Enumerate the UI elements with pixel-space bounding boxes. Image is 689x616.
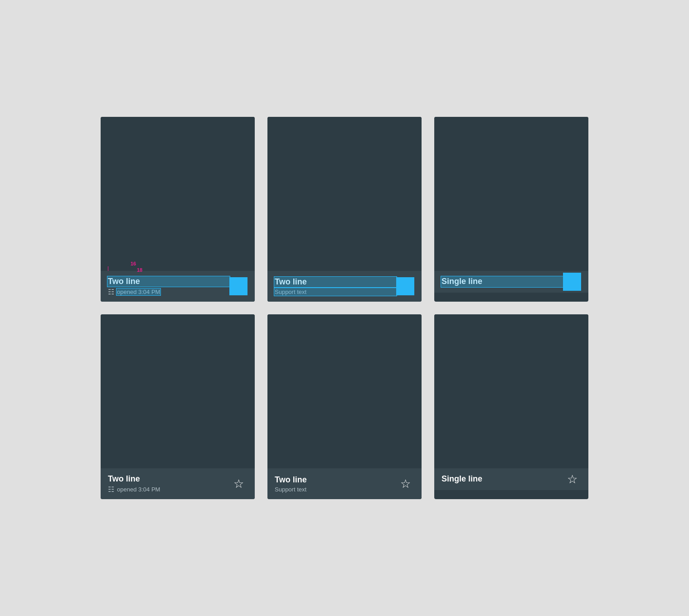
- card-2-footer: Two line Support text: [267, 271, 422, 302]
- card-grid: 16 18 68 Two line ☷ opened 3:04 PM: [73, 90, 616, 526]
- card-3-image: [434, 117, 588, 271]
- card-1-footer: Two line ☷ opened 3:04 PM: [101, 271, 255, 302]
- card-3-footer: Single line: [434, 271, 588, 293]
- card-5-star-button[interactable]: ☆: [396, 475, 414, 493]
- card-4-title: Two line: [108, 474, 229, 484]
- chat-icon-4: ☷: [108, 485, 114, 494]
- card-3: 48 Single line: [434, 117, 588, 302]
- card-5-title: Two line: [275, 475, 396, 485]
- annot-16-label: 16: [131, 261, 136, 266]
- card-5-footer: Two line Support text ☆: [267, 468, 422, 499]
- card-1-footer-content: Two line ☷ opened 3:04 PM: [108, 276, 229, 296]
- card-2-support-wrapper: Support text: [275, 288, 396, 296]
- card-1-subtitle-text: opened 3:04 PM: [117, 289, 160, 295]
- card-6-footer: Single line ☆: [434, 468, 588, 490]
- card-2-support-text: Support text: [275, 289, 306, 295]
- card-2-title-wrapper: Two line: [275, 277, 396, 287]
- card-1-title-wrapper: Two line: [108, 276, 229, 287]
- card-6-image: [434, 314, 588, 468]
- card-2: Two line Support text: [267, 117, 422, 302]
- card-2-title: Two line: [275, 277, 307, 286]
- card-6: Single line ☆: [434, 314, 588, 499]
- star-icon-5: ☆: [400, 478, 411, 490]
- card-1-title: Two line: [108, 277, 140, 286]
- card-2-image: [267, 117, 422, 271]
- card-4-footer-content: Two line ☷ opened 3:04 PM: [108, 474, 229, 494]
- card-6-title: Single line: [442, 474, 563, 484]
- card-4-subtitle-text: opened 3:04 PM: [117, 486, 160, 493]
- card-3-action-button[interactable]: [563, 273, 581, 291]
- card-3-footer-content: Single line: [442, 276, 563, 287]
- card-4-star-button[interactable]: ☆: [229, 475, 247, 493]
- card-6-footer-content: Single line: [442, 474, 563, 484]
- star-icon-6: ☆: [567, 473, 577, 485]
- card-2-footer-content: Two line Support text: [275, 277, 396, 295]
- card-5-footer-content: Two line Support text: [275, 475, 396, 493]
- card-4-subtitle: ☷ opened 3:04 PM: [108, 485, 229, 494]
- star-icon-4: ☆: [233, 478, 244, 490]
- card-3-title-wrapper: Single line: [442, 276, 563, 287]
- card-4-image: [101, 314, 255, 468]
- card-4: Two line ☷ opened 3:04 PM ☆: [101, 314, 255, 499]
- card-4-footer: Two line ☷ opened 3:04 PM ☆: [101, 468, 255, 499]
- card-6-star-button[interactable]: ☆: [563, 470, 581, 488]
- card-1-subtitle: ☷ opened 3:04 PM: [108, 288, 229, 296]
- card-5: Two line Support text ☆: [267, 314, 422, 499]
- card-5-image: [267, 314, 422, 468]
- chat-icon: ☷: [108, 288, 114, 296]
- card-3-title: Single line: [442, 277, 482, 286]
- card-1-action-button[interactable]: [229, 277, 247, 295]
- card-1: 16 18 68 Two line ☷ opened 3:04 PM: [101, 117, 255, 302]
- card-2-action-button[interactable]: [396, 277, 414, 295]
- card-1-image: [101, 117, 255, 271]
- annot-18-label: 18: [137, 267, 142, 273]
- card-5-support-text: Support text: [275, 486, 396, 493]
